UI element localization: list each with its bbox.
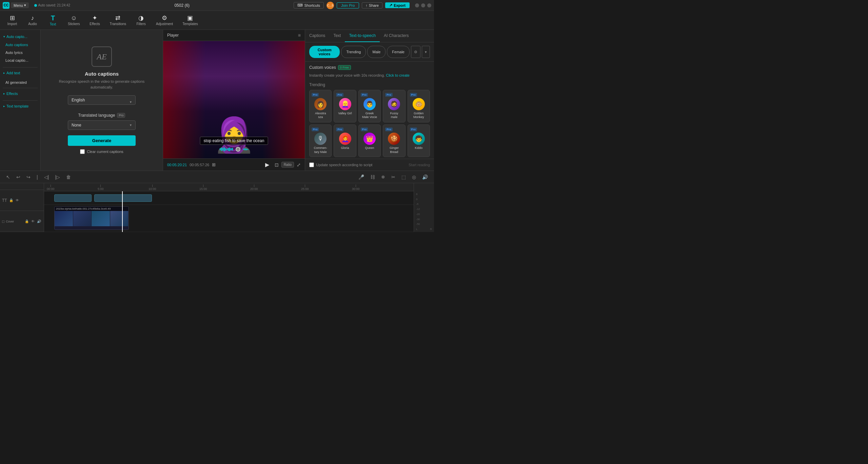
lock-video-button[interactable]: 🔒 <box>24 219 29 224</box>
auto-captions-header[interactable]: ▾ Auto capto... <box>0 33 40 41</box>
volume-button[interactable]: 🔊 <box>420 173 430 181</box>
timeline-tracks: 2023w-dyhia-belhatib-001-27c45b6a-3ce6-4… <box>44 191 414 232</box>
pro-badge: Pro <box>117 113 125 118</box>
voice-card-fussy-male[interactable]: Pro 🧔 Fussymale <box>383 90 405 122</box>
delete-button[interactable]: 🗑 <box>64 173 73 181</box>
auto-captions-content: AE Auto captions Recognize speech in the… <box>41 30 163 171</box>
right-panel-content: Custom voices 0 Free Instantly create yo… <box>305 62 434 159</box>
tool-audio[interactable]: ♪ Audio <box>23 13 42 28</box>
text-template-header[interactable]: ▸ Text template <box>0 102 40 110</box>
center-panel: AE Auto captions Recognize speech in the… <box>41 30 163 171</box>
freeze-button[interactable]: ❄ <box>379 173 387 181</box>
voice-tab-custom[interactable]: Custom voices <box>309 46 340 58</box>
tab-text[interactable]: Text <box>329 30 345 42</box>
voice-sort-button[interactable]: ▾ <box>422 46 430 58</box>
eye-track-button[interactable]: 👁 <box>15 198 20 203</box>
voice-card-ginger-bread[interactable]: Pro 🍪 GingerBread <box>383 124 405 157</box>
sidebar-item-local-captions[interactable]: Local captio... <box>1 57 39 64</box>
voice-tab-female[interactable]: Female <box>387 46 410 58</box>
split-right-button[interactable]: |▷ <box>53 173 62 181</box>
cut-button[interactable]: ✂ <box>389 173 397 181</box>
chevron-right-icon-2: ▸ <box>3 92 5 95</box>
split-left-button[interactable]: ◁| <box>42 173 51 181</box>
play-button[interactable]: ▶ <box>265 161 269 168</box>
voice-card-greek-male[interactable]: Pro 👨 GreekMale Vocie <box>358 90 381 122</box>
none-select-wrapper: None English <box>68 120 136 130</box>
minimize-button[interactable] <box>415 3 419 7</box>
sidebar-item-ai-generated[interactable]: AI generated <box>1 79 39 86</box>
voice-name-golden: GoldenMonkey <box>413 112 424 119</box>
join-pro-button[interactable]: Join Pro <box>337 2 359 8</box>
voice-tab-trending[interactable]: Trending <box>341 46 366 58</box>
clear-captions-checkbox[interactable] <box>80 149 85 154</box>
voice-card-queen[interactable]: Pro 👑 Queen <box>358 124 381 157</box>
voice-name-fussy: Fussymale <box>390 112 398 119</box>
pro-tag: Pro <box>336 128 343 131</box>
voice-card-gloria[interactable]: Pro 👩‍🦰 Gloria <box>334 124 356 157</box>
lock-track-button[interactable]: 🔒 <box>8 198 14 203</box>
tool-templates[interactable]: ▣ Templates <box>178 13 202 28</box>
select-tool-button[interactable]: ↖ <box>4 173 12 181</box>
speed-button[interactable]: ◎ <box>410 173 418 181</box>
generate-button[interactable]: Generate <box>68 135 136 146</box>
export-button[interactable]: ↗ Export <box>385 2 410 8</box>
adjustment-icon: ⚙ <box>162 15 167 21</box>
text-template-section: ▸ Text template <box>0 102 40 110</box>
mic-button[interactable]: 🎤 <box>356 173 366 181</box>
voice-card-valley-girl[interactable]: Pro 👱‍♀️ Valley Girl <box>334 90 356 122</box>
voice-tab-male[interactable]: Male <box>367 46 386 58</box>
close-button[interactable] <box>427 3 431 7</box>
text-track-icon: TT <box>2 198 7 203</box>
tool-adjustment[interactable]: ⚙ Adjustment <box>152 13 177 28</box>
menu-button[interactable]: Menu ▾ <box>11 2 29 8</box>
ratio-button[interactable]: Ratio <box>281 162 294 168</box>
tool-import[interactable]: ⊞ Import <box>3 13 22 28</box>
clear-captions-label[interactable]: Clear current captions <box>87 150 123 154</box>
audio-video-button[interactable]: 🔊 <box>36 219 42 224</box>
none-select[interactable]: None English <box>68 120 136 130</box>
tool-effects[interactable]: ✦ Effects <box>85 13 104 28</box>
update-speech-checkbox[interactable] <box>309 162 314 167</box>
caption-clip-2[interactable] <box>94 194 152 202</box>
link-button[interactable]: ⛓ <box>368 173 377 181</box>
window-controls <box>415 3 431 7</box>
caption-clip-1[interactable] <box>54 194 92 202</box>
click-to-create-link[interactable]: Click to create <box>386 73 410 77</box>
tab-captions[interactable]: Captions <box>305 30 329 42</box>
bottom-area: ↖ ↩ ↪ | ◁| |▷ 🗑 🎤 ⛓ ❄ ✂ ⬚ ◎ 🔊 TT 🔒 👁 <box>0 171 434 232</box>
player-menu-icon[interactable]: ≡ <box>298 33 301 38</box>
add-text-header[interactable]: ▸ Add text <box>0 69 40 77</box>
screenshot-button[interactable]: ⊡ <box>275 162 279 168</box>
sidebar-item-auto-lyrics[interactable]: Auto lyrics <box>1 49 39 56</box>
language-select[interactable]: English Spanish French <box>68 95 136 105</box>
timeline-playhead[interactable] <box>122 191 123 232</box>
share-button[interactable]: ↑ Share <box>362 2 382 8</box>
shortcuts-button[interactable]: ⌨ Shortcuts <box>294 2 323 8</box>
tab-text-to-speech[interactable]: Text-to-speech <box>345 30 380 42</box>
fullscreen-button[interactable]: ⤢ <box>297 162 301 168</box>
voice-card-golden-monkey[interactable]: Pro 🐵 GoldenMonkey <box>408 90 430 122</box>
maximize-button[interactable] <box>421 3 425 7</box>
tool-text[interactable]: T Text <box>43 13 62 28</box>
undo-button[interactable]: ↩ <box>14 173 22 181</box>
effects-header[interactable]: ▸ Effects <box>0 90 40 98</box>
user-avatar[interactable]: C...5 <box>327 2 334 9</box>
voice-card-commentary-male[interactable]: Pro 🎙 Commen-tary Male <box>309 124 332 157</box>
sidebar-item-auto-captions[interactable]: Auto captions <box>1 41 39 49</box>
voice-card-kiddo[interactable]: Pro 🧒 Kiddo <box>408 124 430 157</box>
crop-button[interactable]: ⬚ <box>399 173 408 181</box>
video-clip[interactable]: 2023w-dyhia-belhatib-001-27c45b6a-3ce6-4… <box>54 206 129 230</box>
tool-transitions[interactable]: ⇄ Transitions <box>106 13 131 28</box>
player-panel: Player ≡ 🧕 stop eating fish to save the … <box>163 30 305 171</box>
grid-icon[interactable]: ⊞ <box>212 162 216 167</box>
ruler-mark-30: 30:00 <box>352 185 360 191</box>
tool-stickers[interactable]: ☺ Stickers <box>64 13 84 28</box>
voice-card-alexstraza[interactable]: Pro 👩 Alexstrasza <box>309 90 332 122</box>
eye-video-button[interactable]: 👁 <box>31 219 35 224</box>
voice-filter-button[interactable]: ⚙ <box>411 46 420 58</box>
tab-ai-characters[interactable]: AI Characters <box>380 30 413 42</box>
tool-filters[interactable]: ◑ Filters <box>132 13 151 28</box>
redo-button[interactable]: ↪ <box>24 173 33 181</box>
split-button[interactable]: | <box>35 173 40 181</box>
start-reading-button[interactable]: Start reading <box>409 163 430 167</box>
